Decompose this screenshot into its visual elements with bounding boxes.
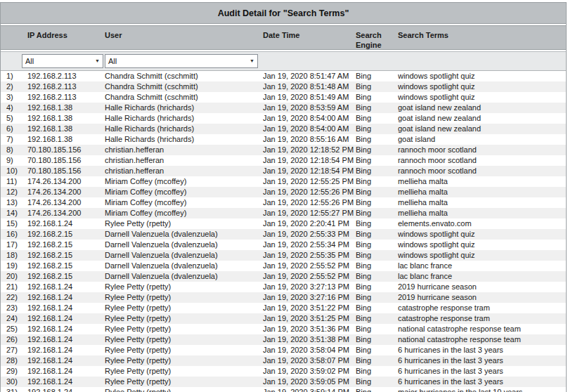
- row-number: 5): [1, 113, 27, 124]
- cell-search-terms: lac blanc france: [398, 271, 566, 282]
- cell-search-terms: goat island new zealand: [398, 124, 566, 134]
- table-row: 7)192.168.1.38Halle Richards (hrichards)…: [1, 134, 566, 145]
- table-row: 16)192.168.2.15Darnell Valenzuela (dvale…: [1, 229, 566, 240]
- cell-ip-address: 192.168.1.38: [27, 103, 105, 113]
- table-row: 10)70.180.185.156christian.hefferanJan 1…: [1, 166, 566, 176]
- cell-search-engine: Bing: [356, 387, 398, 392]
- row-number: 25): [1, 324, 27, 334]
- table-row: 30)192.168.1.24Rylee Petty (rpetty)Jan 1…: [1, 377, 566, 387]
- table-row: 21)192.168.1.24Rylee Petty (rpetty)Jan 1…: [1, 282, 566, 292]
- row-number: 11): [1, 176, 27, 187]
- cell-ip-address: 192.168.1.24: [27, 218, 105, 229]
- column-header-search-terms: Search Terms: [398, 26, 566, 40]
- cell-ip-address: 192.168.1.24: [27, 282, 105, 292]
- cell-user: Chandra Schmitt (cschmitt): [105, 71, 263, 81]
- column-header-ip-address: IP Address: [27, 26, 105, 40]
- cell-date-time: Jan 19, 2020 3:51:22 PM: [263, 303, 356, 313]
- user-filter-select[interactable]: All ▼: [105, 54, 258, 68]
- row-number: 20): [1, 271, 27, 282]
- row-number: 30): [1, 377, 27, 387]
- cell-date-time: Jan 19, 2020 2:55:52 PM: [263, 261, 356, 271]
- cell-ip-address: 192.168.2.15: [27, 250, 105, 261]
- cell-search-engine: Bing: [356, 124, 398, 134]
- row-number: 7): [1, 134, 27, 145]
- cell-search-terms: 2019 hurricane season: [398, 292, 566, 303]
- column-header-search-engine: Search Engine: [356, 26, 398, 50]
- cell-search-terms: windows spotlight quiz: [398, 92, 566, 103]
- row-number: 26): [1, 334, 27, 345]
- cell-search-engine: Bing: [356, 271, 398, 282]
- cell-user: Rylee Petty (rpetty): [105, 334, 263, 345]
- cell-user: Rylee Petty (rpetty): [105, 345, 263, 355]
- cell-search-engine: Bing: [356, 71, 398, 81]
- cell-search-terms: 6 hurricanes in the last 3 years: [398, 377, 566, 387]
- cell-user: Darnell Valenzuela (dvalenzuela): [105, 240, 263, 250]
- row-number: 21): [1, 282, 27, 292]
- cell-date-time: Jan 19, 2020 2:55:35 PM: [263, 250, 356, 261]
- cell-date-time: Jan 19, 2020 3:27:13 PM: [263, 282, 356, 292]
- cell-search-engine: Bing: [356, 208, 398, 218]
- cell-date-time: Jan 19, 2020 8:53:59 AM: [263, 103, 356, 113]
- chevron-down-icon: ▼: [95, 55, 100, 67]
- cell-search-engine: Bing: [356, 145, 398, 155]
- table-row: 14)174.26.134.200Miriam Coffey (mcoffey)…: [1, 208, 566, 218]
- cell-ip-address: 192.168.1.24: [27, 387, 105, 392]
- cell-ip-address: 70.180.185.156: [27, 166, 105, 176]
- cell-ip-address: 192.168.2.113: [27, 71, 105, 81]
- row-number: 19): [1, 261, 27, 271]
- cell-user: Rylee Petty (rpetty): [105, 292, 263, 303]
- cell-search-engine: Bing: [356, 81, 398, 92]
- cell-search-terms: goat island new zealand: [398, 103, 566, 113]
- table-row: 11)174.26.134.200Miriam Coffey (mcoffey)…: [1, 176, 566, 187]
- row-number: 3): [1, 92, 27, 103]
- cell-date-time: Jan 19, 2020 2:20:41 PM: [263, 218, 356, 229]
- table-row: 13)174.26.134.200Miriam Coffey (mcoffey)…: [1, 197, 566, 208]
- cell-date-time: Jan 19, 2020 8:54:00 AM: [263, 113, 356, 124]
- cell-ip-address: 192.168.1.24: [27, 313, 105, 324]
- cell-search-engine: Bing: [356, 240, 398, 250]
- table-row: 17)192.168.2.15Darnell Valenzuela (dvale…: [1, 240, 566, 250]
- table-body: 1)192.168.2.113Chandra Schmitt (cschmitt…: [1, 71, 566, 392]
- table-row: 31)192.168.1.24Rylee Petty (rpetty)Jan 1…: [1, 387, 566, 392]
- cell-ip-address: 174.26.134.200: [27, 208, 105, 218]
- cell-search-terms: rannoch moor scotland: [398, 155, 566, 166]
- cell-ip-address: 192.168.1.24: [27, 377, 105, 387]
- cell-date-time: Jan 19, 2020 8:54:00 AM: [263, 124, 356, 134]
- cell-ip-address: 192.168.1.38: [27, 124, 105, 134]
- cell-search-engine: Bing: [356, 229, 398, 240]
- row-number: 31): [1, 387, 27, 392]
- cell-date-time: Jan 19, 2020 12:18:52 PM: [263, 145, 356, 155]
- cell-user: Chandra Schmitt (cschmitt): [105, 92, 263, 103]
- cell-date-time: Jan 19, 2020 12:55:25 PM: [263, 176, 356, 187]
- table-row: 20)192.168.2.15Darnell Valenzuela (dvale…: [1, 271, 566, 282]
- row-number: 18): [1, 250, 27, 261]
- cell-search-terms: mellieha malta: [398, 187, 566, 197]
- cell-search-engine: Bing: [356, 292, 398, 303]
- cell-search-terms: mellieha malta: [398, 176, 566, 187]
- row-number: 2): [1, 81, 27, 92]
- cell-date-time: Jan 19, 2020 8:51:47 AM: [263, 71, 356, 81]
- cell-date-time: Jan 19, 2020 12:18:54 PM: [263, 166, 356, 176]
- row-number: 29): [1, 366, 27, 377]
- chevron-down-icon: ▼: [250, 55, 254, 67]
- cell-ip-address: 192.168.1.24: [27, 324, 105, 334]
- cell-search-engine: Bing: [356, 324, 398, 334]
- cell-search-terms: lac blanc france: [398, 261, 566, 271]
- row-number: 24): [1, 313, 27, 324]
- cell-date-time: Jan 19, 2020 2:55:33 PM: [263, 229, 356, 240]
- cell-search-engine: Bing: [356, 313, 398, 324]
- column-header-row: IP Address User Date Time Search Engine …: [1, 25, 566, 50]
- cell-date-time: Jan 19, 2020 12:55:27 PM: [263, 208, 356, 218]
- cell-user: Chandra Schmitt (cschmitt): [105, 81, 263, 92]
- table-row: 5)192.168.1.38Halle Richards (hrichards)…: [1, 113, 566, 124]
- cell-search-terms: mellieha malta: [398, 208, 566, 218]
- cell-ip-address: 192.168.2.15: [27, 240, 105, 250]
- ip-address-filter-select[interactable]: All ▼: [22, 54, 103, 68]
- cell-date-time: Jan 19, 2020 3:59:02 PM: [263, 366, 356, 377]
- cell-user: Miriam Coffey (mcoffey): [105, 197, 263, 208]
- cell-ip-address: 70.180.185.156: [27, 155, 105, 166]
- cell-date-time: Jan 19, 2020 3:51:25 PM: [263, 313, 356, 324]
- cell-search-engine: Bing: [356, 166, 398, 176]
- ip-address-filter-value: All: [25, 55, 34, 67]
- table-row: 1)192.168.2.113Chandra Schmitt (cschmitt…: [1, 71, 566, 81]
